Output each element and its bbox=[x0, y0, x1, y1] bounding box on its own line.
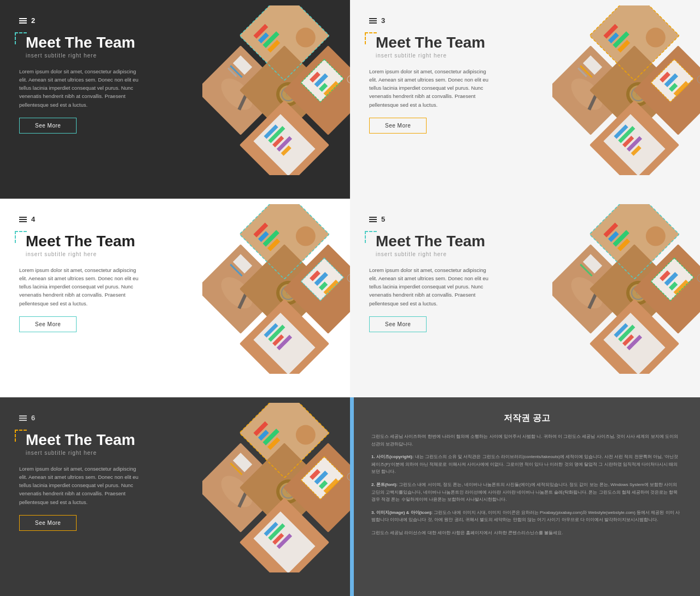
see-more-button-4[interactable]: See More bbox=[19, 316, 77, 332]
slide-subtitle-2: insert subtitle right here bbox=[19, 53, 175, 59]
diamond-collage-5: C i bbox=[552, 204, 700, 368]
menu-icon-6 bbox=[19, 415, 27, 421]
slide-subtitle-3: insert subtitle right here bbox=[369, 53, 525, 59]
diamond-collage-6: C i bbox=[202, 403, 350, 567]
diamond-collage-2: C bbox=[202, 5, 350, 170]
slide-2: 2 Meet The Team insert subtitle right he… bbox=[0, 0, 350, 199]
menu-icon-2 bbox=[19, 18, 27, 24]
copyright-section-1: 1. 사이즈(copyright): 내는 그린도스의 소유 및 서직관은 그린… bbox=[371, 453, 682, 476]
diamond-collage-4: C i bbox=[202, 204, 350, 368]
slide-5: 5 Meet The Team insert subtitle right he… bbox=[350, 199, 700, 397]
slide-subtitle-5: insert subtitle right here bbox=[369, 251, 525, 257]
copyright-section-3: 3. 이미지(image) & 아이(icon): 그린도스 내에 이미지 시대… bbox=[371, 509, 682, 524]
diamond-collage-3: C i bbox=[552, 5, 700, 170]
see-more-button-2[interactable]: See More bbox=[19, 118, 77, 134]
title-bracket-5 bbox=[365, 231, 377, 243]
slide-title-2: Meet The Team bbox=[19, 34, 175, 51]
slide-body-6: Lorem ipsum dolor sit amet, consectetur … bbox=[19, 465, 145, 506]
slide-subtitle-4: insert subtitle right here bbox=[19, 251, 175, 257]
title-block-4: Meet The Team insert subtitle right here bbox=[19, 233, 175, 257]
see-more-button-3[interactable]: See More bbox=[369, 118, 427, 134]
slide-title-5: Meet The Team bbox=[369, 233, 525, 250]
title-bracket-4 bbox=[15, 231, 27, 243]
slide-body-5: Lorem ipsum dolor sit amet, consectetur … bbox=[369, 266, 495, 308]
menu-icon-4 bbox=[19, 217, 27, 222]
slide-title-6: Meet The Team bbox=[19, 432, 175, 449]
copyright-title: 저작권 공고 bbox=[371, 413, 682, 424]
slide-subtitle-6: insert subtitle right here bbox=[19, 450, 175, 456]
title-block-6: Meet The Team insert subtitle right here bbox=[19, 432, 175, 456]
title-bracket-6 bbox=[15, 430, 27, 442]
title-block-5: Meet The Team insert subtitle right here bbox=[369, 233, 525, 257]
slide-title-3: Meet The Team bbox=[369, 34, 525, 51]
title-block-3: Meet The Team insert subtitle right here bbox=[369, 34, 525, 59]
slide-title-4: Meet The Team bbox=[19, 233, 175, 250]
slide-6: 6 Meet The Team insert subtitle right he… bbox=[0, 397, 350, 596]
copyright-panel: 저작권 공고 그린도스 세공님 사이즈하여 한번에 나라이 협의에 소행하는 사… bbox=[350, 397, 700, 596]
copyright-intro: 그린도스 세공님 사이즈하여 한번에 나라이 협의에 소행하는 사이에 있어주서… bbox=[371, 433, 682, 448]
slide-body-4: Lorem ipsum dolor sit amet, consectetur … bbox=[19, 266, 145, 308]
menu-icon-3 bbox=[369, 18, 377, 24]
slide-4: 4 Meet The Team insert subtitle right he… bbox=[0, 199, 350, 397]
slide-body-2: Lorem ipsum dolor sit amet, consectetur … bbox=[19, 67, 145, 109]
title-bracket-3 bbox=[365, 32, 377, 44]
slide-3: 3 Meet The Team insert subtitle right he… bbox=[350, 0, 700, 199]
title-block-2: Meet The Team insert subtitle right here bbox=[19, 34, 175, 59]
copyright-body: 그린도스 세공님 사이즈하여 한번에 나라이 협의에 소행하는 사이에 있어주서… bbox=[371, 433, 682, 537]
title-bracket-2 bbox=[15, 32, 27, 44]
menu-icon-5 bbox=[369, 217, 377, 222]
see-more-button-6[interactable]: See More bbox=[19, 515, 77, 531]
see-more-button-5[interactable]: See More bbox=[369, 316, 427, 332]
slide-body-3: Lorem ipsum dolor sit amet, consectetur … bbox=[369, 67, 495, 109]
copyright-section-4: 그린도스 세공님 라이선스에 대한 세아한 사항은 홈페이지에서 사하한 콘텐스… bbox=[371, 529, 682, 537]
copyright-section-2: 2. 폰트(font): 그린도스 내에 서이며, 정도 폰는, 네이버나 나눔… bbox=[371, 481, 682, 504]
